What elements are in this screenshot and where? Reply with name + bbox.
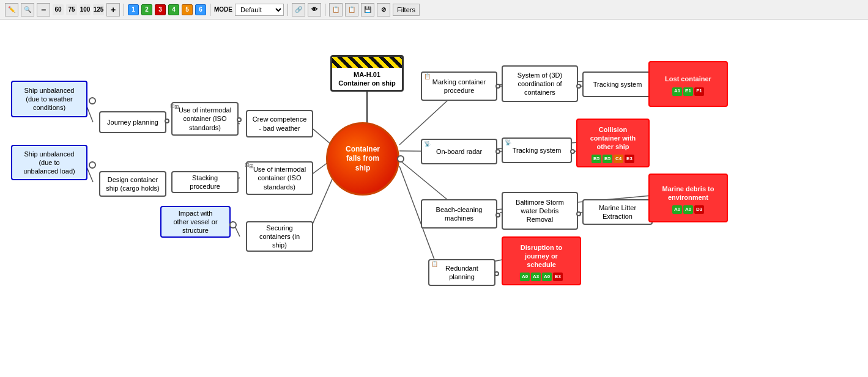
baltimore-storm-label: Baltimore Stormwater DebrisRemoval: [512, 196, 568, 227]
impact-vessel-label: Impact withother vessel orstructure: [169, 207, 221, 238]
canvas: MA-H.01Container on ship Containerfalls …: [0, 20, 868, 377]
warning-stripe: [332, 57, 402, 68]
connector-system3d: [576, 84, 581, 89]
fork-symbol-1: ⊞: [170, 103, 175, 109]
beach-cleaning-label: Beach-cleaningmachines: [432, 203, 486, 225]
beach-cleaning-node[interactable]: Beach-cleaningmachines: [421, 199, 497, 229]
marine-litter-node[interactable]: Marine LitterExtraction: [582, 199, 653, 225]
connector-baltimore: [576, 211, 581, 216]
connector-journey: [165, 119, 169, 123]
zoom-out-btn[interactable]: −: [37, 3, 50, 16]
journey-planning-node[interactable]: Journey planning: [99, 111, 166, 133]
badge-a0a: A0: [672, 205, 682, 214]
disruption-journey-node[interactable]: Disruption tojourney orschedule A0 A3 A0…: [502, 236, 581, 285]
collision-badges: B5 B5 C4 E3: [592, 155, 634, 163]
connector-beach: [495, 213, 500, 218]
filters-btn[interactable]: Filters: [393, 4, 420, 16]
top-hazard-node[interactable]: MA-H.01Container on ship: [330, 55, 404, 92]
badge-a1: A1: [672, 87, 682, 96]
zoom-100[interactable]: 100: [80, 4, 91, 15]
marking-container-node[interactable]: 📋 Marking containerprocedure: [421, 71, 497, 101]
stacking-procedure-node[interactable]: Stackingprocedure: [171, 171, 239, 193]
securing-containers-node[interactable]: Securingcontainers (inship): [246, 221, 313, 252]
impact-vessel-node[interactable]: Impact withother vessel orstructure: [160, 206, 231, 238]
layer-2[interactable]: 2: [141, 4, 152, 15]
zoom-in-btn[interactable]: +: [106, 3, 120, 16]
badge-a0d: A0: [542, 273, 552, 281]
mode-label: MODE: [214, 6, 232, 13]
system-3d-label: System of (3D)coordination ofcontainers: [514, 68, 566, 100]
eye-btn[interactable]: 👁: [308, 3, 321, 16]
baltimore-storm-node[interactable]: Baltimore Stormwater DebrisRemoval: [502, 192, 578, 230]
search-btn[interactable]: 🔍: [21, 3, 34, 16]
layer-3[interactable]: 3: [155, 4, 166, 15]
badge-d3: D3: [694, 205, 704, 214]
crew-competence-label: Crew competence- bad weather: [249, 112, 311, 135]
lost-container-node[interactable]: Lost container A1 E1 F1: [648, 61, 728, 107]
toolbar: ✏️ 🔍 − 60 75 100 125 + 1 2 3 4 5 6 MODE …: [0, 0, 868, 20]
disruption-badges: A0 A3 A0 E3: [520, 273, 563, 281]
central-hazard-node[interactable]: Containerfalls fromship: [326, 122, 399, 196]
connector-intermodal1: [237, 117, 242, 122]
connector-radar: [495, 149, 500, 154]
tracking-system-2-node[interactable]: 📡 Tracking system: [502, 137, 572, 163]
edit-tool-btn[interactable]: ✏️: [5, 3, 18, 16]
crew-competence-node[interactable]: Crew competence- bad weather: [246, 110, 313, 137]
on-board-radar-label: On-board radar: [432, 145, 486, 158]
ship-unbalanced-weather-node[interactable]: Ship unbalanced(due to weatherconditions…: [11, 81, 87, 117]
badge-a3: A3: [531, 273, 541, 281]
intermodal-1-icon: ⊞: [174, 104, 179, 111]
connector-impact: [229, 221, 237, 229]
intermodal-2-icon: ⊞: [249, 163, 254, 170]
journey-planning-label: Journey planning: [103, 115, 162, 129]
layer-5[interactable]: 5: [182, 4, 193, 15]
separator-1: [124, 4, 124, 16]
zoom-125[interactable]: 125: [93, 4, 104, 15]
marking-icon: 📋: [424, 73, 431, 81]
hazard-label: MA-H.01Container on ship: [332, 68, 402, 90]
connector-right-hub: [397, 155, 404, 163]
badge-b5b: B5: [603, 155, 612, 163]
collision-container-node[interactable]: Collisioncontainer withother ship B5 B5 …: [576, 119, 650, 167]
copy-btn[interactable]: 📋: [329, 3, 343, 16]
mode-select[interactable]: Default: [235, 4, 284, 16]
marine-litter-label: Marine LitterExtraction: [595, 201, 640, 224]
tracking-system-2-label: Tracking system: [509, 144, 565, 157]
radar-icon: 📡: [424, 141, 431, 148]
tracking-2-icon: 📡: [505, 139, 511, 147]
collision-container-label: Collisioncontainer withother ship: [587, 123, 640, 154]
system-3d-node[interactable]: System of (3D)coordination ofcontainers: [502, 65, 578, 102]
design-container-node[interactable]: Design containership (cargo holds): [99, 171, 166, 197]
zoom-75[interactable]: 75: [66, 4, 77, 15]
filter-icon-btn[interactable]: ⊘: [377, 3, 390, 16]
badge-e1: E1: [683, 87, 693, 96]
lost-container-label: Lost container: [661, 72, 715, 86]
use-intermodal-2-node[interactable]: ⊞ Use of intermodalcontainer (ISOstandar…: [246, 161, 313, 195]
disruption-journey-label: Disruption tojourney orschedule: [517, 241, 566, 272]
securing-containers-label: Securingcontainers (inship): [256, 221, 303, 252]
separator-4: [325, 4, 325, 16]
redundant-planning-node[interactable]: 📋 Redundantplanning: [428, 259, 495, 286]
connector-tracking2: [570, 149, 575, 154]
ship-unbalanced-load-node[interactable]: Ship unbalanced(due tounbalanced load): [11, 145, 87, 180]
lost-container-badges: A1 E1 F1: [672, 87, 704, 96]
marine-debris-label: Marine debris toenvironment: [659, 182, 718, 205]
design-container-label: Design containership (cargo holds): [102, 173, 163, 196]
save-btn[interactable]: 💾: [361, 3, 374, 16]
marine-debris-node[interactable]: Marine debris toenvironment A0 A0 D3: [648, 174, 728, 222]
use-intermodal-1-node[interactable]: ⊞ Use of intermodalcontainer (ISOstandar…: [171, 102, 239, 136]
layer-6[interactable]: 6: [195, 4, 206, 15]
connector-load: [89, 161, 96, 169]
tracking-system-1-node[interactable]: Tracking system: [582, 71, 653, 97]
link-btn[interactable]: 🔗: [292, 3, 305, 16]
layer-1[interactable]: 1: [128, 4, 139, 15]
badge-b5a: B5: [592, 155, 601, 163]
zoom-60[interactable]: 60: [53, 4, 64, 15]
on-board-radar-node[interactable]: 📡 On-board radar: [421, 139, 497, 164]
badge-e3: E3: [625, 155, 634, 163]
connector-redundant: [494, 271, 499, 276]
layer-4[interactable]: 4: [168, 4, 179, 15]
badge-e3b: E3: [553, 273, 563, 281]
clipboard-btn[interactable]: 📋: [345, 3, 358, 16]
badge-c4: C4: [614, 155, 623, 163]
